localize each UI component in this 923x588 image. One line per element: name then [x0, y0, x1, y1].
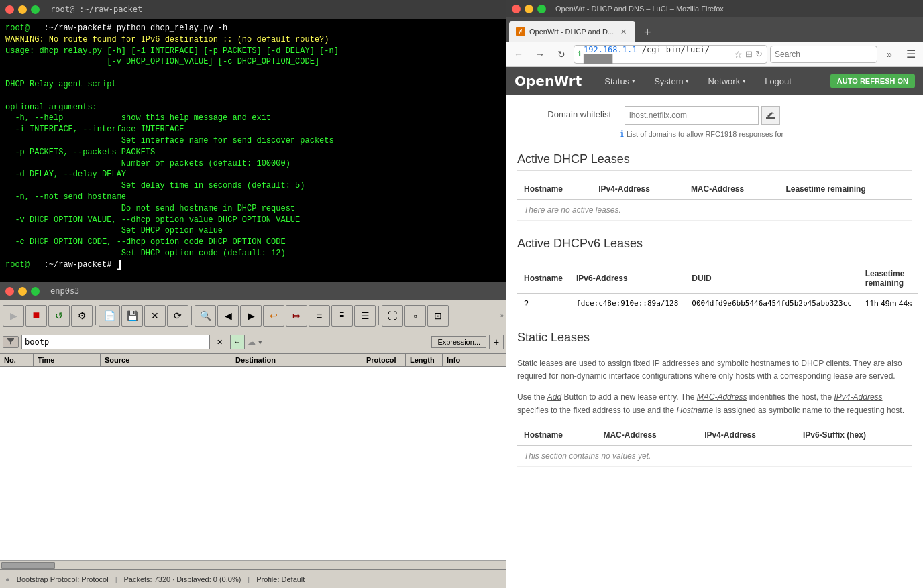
wireshark-close-btn[interactable] — [5, 287, 14, 296]
ff-minimize-btn[interactable] — [525, 5, 533, 13]
openwrt-page-content[interactable]: OpenWrt Status ▾ System ▾ Network ▾ Logo… — [506, 67, 923, 588]
terminal-minimize-btn[interactable] — [18, 5, 27, 14]
wireshark-title: enp0s3 — [50, 286, 79, 296]
ws-capture-options-btn[interactable]: ⚙ — [71, 305, 93, 327]
ff-new-tab-btn[interactable]: + — [638, 23, 657, 42]
active-dhcp-leases-title: Active DHCP Leases — [517, 152, 912, 171]
static-leases-ipv4-em: IPv4-Address — [834, 392, 883, 402]
dhcp-col-leasetime: Leasetime remaining — [779, 179, 912, 200]
ws-close-btn[interactable]: ✕ — [144, 305, 166, 327]
toolbar-separator-3 — [378, 306, 379, 325]
nav-logout[interactable]: Logout — [755, 67, 801, 95]
ws-prev-btn[interactable]: ◀ — [217, 305, 239, 327]
col-header-time: Time — [34, 354, 101, 366]
no-active-leases-text: There are no active leases. — [517, 200, 912, 221]
static-col-ipv4: IPv4-Address — [698, 425, 796, 446]
ws-protocol-label: Bootstrap Protocol: Protocol — [17, 575, 109, 583]
col-header-no: No. — [0, 354, 34, 366]
ws-horizontal-scrollbar[interactable] — [0, 560, 506, 569]
ws-stop-capture-btn[interactable]: ■ — [25, 305, 47, 327]
nav-network-dropdown-icon: ▾ — [743, 78, 746, 84]
domain-whitelist-input[interactable] — [625, 106, 759, 125]
ws-zoom-out-btn[interactable]: ≣ — [331, 305, 353, 327]
ws-start-capture-btn[interactable]: ▶ — [3, 305, 24, 327]
terminal-maximize-btn[interactable] — [31, 5, 40, 14]
ws-expand-btn[interactable]: ⊡ — [427, 305, 449, 327]
table-row: There are no active leases. — [517, 200, 912, 221]
ws-reload-btn[interactable]: ⟳ — [167, 305, 188, 327]
ws-status-ready-icon: ● — [5, 575, 10, 583]
terminal-titlebar: root@ :~/raw-packet — [0, 0, 506, 19]
terminal-title: root@ :~/raw-packet — [50, 5, 142, 14]
ws-save-btn[interactable]: 💾 — [121, 305, 143, 327]
static-leases-desc1: Static leases are used to assign fixed I… — [517, 357, 912, 383]
ws-scroll-thumb[interactable] — [1, 562, 55, 569]
ws-overflow-btn[interactable]: » — [500, 312, 504, 319]
wireshark-minimize-btn[interactable] — [18, 287, 27, 296]
dhcpv6-col-leasetime: Leasetime remaining — [859, 263, 918, 294]
nav-system[interactable]: System ▾ — [645, 67, 698, 95]
ws-restart-capture-btn[interactable]: ↺ — [48, 305, 70, 327]
url-bar[interactable]: ℹ 192.168.1.1 /cgi-bin/luci/ ██████ ☆ ⊞ … — [574, 45, 767, 64]
url-path: /cgi-bin/luci/ — [642, 45, 710, 54]
ff-navbar: ← → ↻ ℹ 192.168.1.1 /cgi-bin/luci/ █████… — [506, 42, 923, 67]
ws-profile: Profile: Default — [256, 575, 305, 583]
ff-tabs: W OpenWrt - DHCP and D... ✕ + — [506, 17, 923, 42]
nav-network[interactable]: Network ▾ — [698, 67, 755, 95]
ff-tab-close-btn[interactable]: ✕ — [618, 26, 629, 37]
wireshark-window: enp0s3 ▶ ■ ↺ ⚙ 📄 💾 ✕ ⟳ 🔍 ◀ ▶ ↩ ⤇ ≡ ≣ ☰ ⛶… — [0, 282, 506, 588]
ff-menu-btn[interactable]: ☰ — [902, 45, 920, 64]
ws-find-btn[interactable]: 🔍 — [195, 305, 216, 327]
wireshark-maximize-btn[interactable] — [31, 287, 40, 296]
domain-whitelist-section: Domain whitelist — [517, 106, 912, 125]
terminal-window: root@ :~/raw-packet root@ :~/raw-packet#… — [0, 0, 506, 282]
ff-close-btn[interactable] — [512, 5, 521, 13]
bookmark-star-btn[interactable]: ☆ — [734, 49, 743, 60]
static-col-ipv6suffix: IPv6-Suffix (hex) — [796, 425, 912, 446]
filter-bar: ✕ ← ☁ ▾ Expression... + — [0, 331, 506, 354]
ff-tab-active[interactable]: W OpenWrt - DHCP and D... ✕ — [509, 21, 635, 42]
ff-search-input[interactable] — [770, 46, 877, 63]
filter-arrow-left-btn[interactable]: ← — [230, 335, 245, 349]
nav-status[interactable]: Status ▾ — [595, 67, 645, 95]
ws-next-btn[interactable]: ▶ — [240, 305, 262, 327]
domain-whitelist-edit-btn[interactable] — [761, 106, 780, 125]
filter-expression-btn[interactable]: Expression... — [431, 336, 486, 348]
ws-packet-count: Packets: 7320 · Displayed: 0 (0.0%) — [123, 575, 241, 583]
filter-add-btn[interactable]: + — [489, 335, 504, 349]
filter-label — [3, 336, 19, 348]
wireshark-toolbar: ▶ ■ ↺ ⚙ 📄 💾 ✕ ⟳ 🔍 ◀ ▶ ↩ ⤇ ≡ ≣ ☰ ⛶ ▫ ⊡ » — [0, 300, 506, 331]
static-leases-title: Static Leases — [517, 331, 912, 349]
terminal-body[interactable]: root@ :~/raw-packet# python dhcp_relay.p… — [0, 19, 506, 282]
ff-reload-btn[interactable]: ↻ — [552, 45, 571, 64]
domain-whitelist-input-group — [625, 106, 780, 125]
ws-open-btn[interactable]: 📄 — [99, 305, 120, 327]
ws-fullscreen-btn[interactable]: ⛶ — [382, 305, 403, 327]
ff-forward-btn[interactable]: → — [531, 45, 549, 64]
filter-clear-btn[interactable]: ✕ — [213, 335, 227, 349]
ws-colorize-btn[interactable]: ↩ — [263, 305, 284, 327]
reader-mode-icon[interactable]: ⊞ — [745, 49, 753, 59]
col-header-destination: Destination — [231, 354, 362, 366]
ws-normal-size-btn[interactable]: ☰ — [354, 305, 376, 327]
packet-list-header: No. Time Source Destination Protocol Len… — [0, 354, 506, 367]
nav-auto-refresh-btn[interactable]: AUTO REFRESH ON — [830, 74, 915, 88]
ws-zoom-in-btn[interactable]: ≡ — [309, 305, 330, 327]
ff-maximize-btn[interactable] — [537, 5, 546, 13]
url-lock-icon: ℹ — [578, 50, 581, 58]
ws-autoscroll-btn[interactable]: ⤇ — [286, 305, 307, 327]
right-panel: OpenWrt - DHCP and DNS – LuCI – Mozilla … — [506, 0, 923, 588]
active-dhcpv6-leases-title: Active DHCPv6 Leases — [517, 237, 912, 255]
ws-minimize-pkt-btn[interactable]: ▫ — [404, 305, 426, 327]
domain-whitelist-info-row: ℹ List of domains to allow RFC1918 respo… — [620, 129, 912, 139]
refresh-icon[interactable]: ↻ — [755, 49, 763, 59]
terminal-close-btn[interactable] — [5, 5, 14, 14]
dhcp-col-mac: MAC-Address — [684, 179, 779, 200]
static-leases-add-em: Add — [547, 392, 561, 402]
packet-list-body[interactable] — [0, 367, 506, 560]
left-panel: root@ :~/raw-packet root@ :~/raw-packet#… — [0, 0, 506, 588]
filter-input[interactable] — [21, 335, 210, 349]
ff-back-btn[interactable]: ← — [509, 45, 528, 64]
ff-overflow-btn[interactable]: » — [880, 45, 899, 64]
col-header-protocol: Protocol — [362, 354, 406, 366]
